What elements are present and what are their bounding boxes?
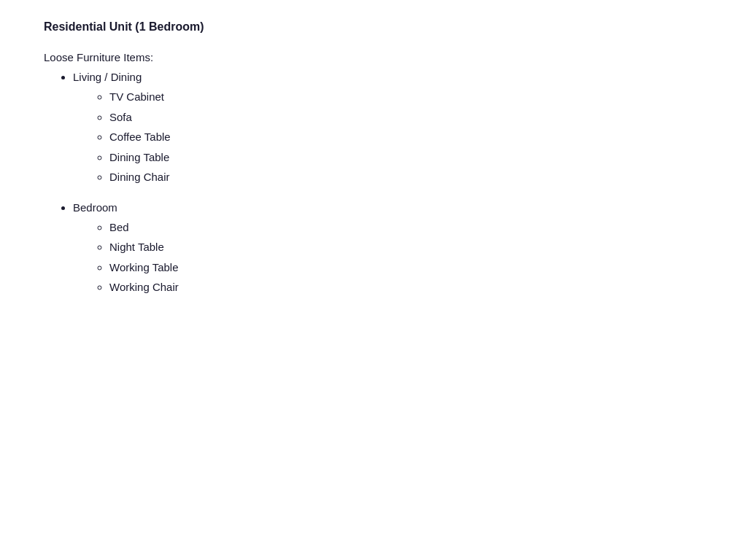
furniture-item-1-3: Working Chair	[109, 278, 703, 297]
category-item-0: Living / DiningTV CabinetSofaCoffee Tabl…	[73, 71, 703, 187]
furniture-items-list-1: BedNight TableWorking TableWorking Chair	[73, 218, 703, 297]
furniture-item-0-2: Coffee Table	[109, 128, 703, 147]
category-label-0: Living / Dining	[73, 71, 142, 83]
furniture-item-1-1: Night Table	[109, 238, 703, 257]
furniture-categories-list: Living / DiningTV CabinetSofaCoffee Tabl…	[44, 71, 703, 297]
furniture-items-list-0: TV CabinetSofaCoffee TableDining TableDi…	[73, 88, 703, 187]
furniture-item-0-3: Dining Table	[109, 148, 703, 167]
page-title: Residential Unit (1 Bedroom)	[44, 20, 703, 34]
furniture-item-1-0: Bed	[109, 218, 703, 237]
furniture-item-0-1: Sofa	[109, 108, 703, 127]
furniture-item-0-0: TV Cabinet	[109, 88, 703, 106]
category-item-1: BedroomBedNight TableWorking TableWorkin…	[73, 201, 703, 297]
category-label-1: Bedroom	[73, 201, 117, 214]
furniture-item-1-2: Working Table	[109, 258, 703, 277]
furniture-item-0-4: Dining Chair	[109, 168, 703, 187]
section-label: Loose Furniture Items:	[44, 51, 703, 63]
